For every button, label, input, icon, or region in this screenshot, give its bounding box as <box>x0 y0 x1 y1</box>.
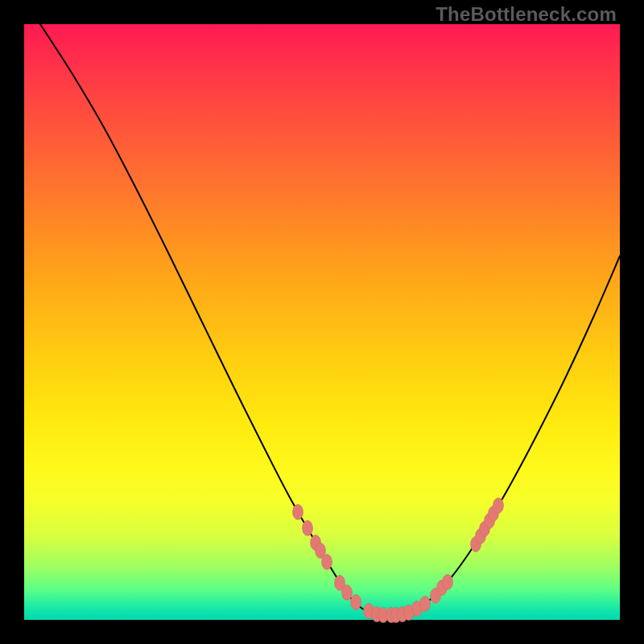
bottleneck-curve <box>40 24 620 615</box>
chart-frame: TheBottleneck.com <box>0 0 644 644</box>
curve-marker <box>351 595 361 610</box>
curve-layer <box>24 24 620 620</box>
curve-marker <box>493 498 504 514</box>
curve-marker <box>420 597 431 612</box>
watermark-text: TheBottleneck.com <box>436 3 617 26</box>
curve-marker <box>293 505 303 520</box>
curve-marker <box>322 555 332 570</box>
curve-marker <box>342 585 353 601</box>
curve-markers <box>293 498 504 623</box>
curve-marker <box>443 575 453 590</box>
curve-marker <box>303 521 313 536</box>
